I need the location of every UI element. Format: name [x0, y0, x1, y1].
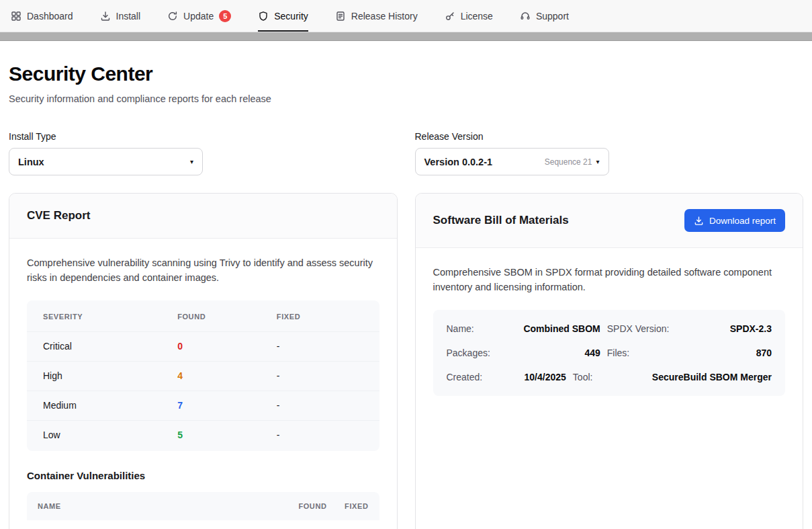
found-count: 5 — [177, 430, 277, 440]
sbom-card: Software Bill of Materials Download repo… — [415, 193, 804, 529]
severity-table-header: Severity Found Fixed — [27, 302, 379, 331]
release-version-select[interactable]: Version 0.0.2-1 Sequence 21 ▾ — [415, 148, 609, 175]
page-subtitle: Security information and compliance repo… — [9, 93, 803, 104]
fixed-count: - — [277, 341, 363, 352]
nav-tab-license[interactable]: License — [445, 0, 493, 32]
download-report-label: Download report — [709, 216, 776, 226]
nav-label: License — [461, 11, 493, 22]
detail-label: Packages: — [447, 348, 508, 358]
nav-label: Dashboard — [27, 11, 73, 22]
table-row: Critical 0 - — [27, 331, 379, 361]
page-title: Security Center — [9, 63, 803, 85]
nav-tab-support[interactable]: Support — [520, 0, 569, 32]
main-nav: Dashboard Install Update 5 Security — [0, 0, 812, 32]
found-count: 0 — [177, 341, 277, 352]
refresh-icon — [167, 11, 178, 22]
nav-label: Security — [274, 11, 308, 22]
cve-report-card: CVE Report Comprehensive vulnerability s… — [9, 193, 398, 529]
dashboard-icon — [11, 11, 21, 22]
col-fixed: Fixed — [277, 313, 363, 321]
nav-tab-update[interactable]: Update 5 — [167, 0, 231, 32]
col-fixed: Fixed — [327, 502, 369, 510]
shield-icon — [258, 11, 269, 22]
detail-value: Combined SBOM — [515, 323, 600, 334]
col-name: Name — [38, 502, 267, 510]
severity-name: Medium — [43, 400, 177, 411]
severity-table: Severity Found Fixed Critical 0 - High 4… — [27, 300, 379, 451]
release-version-filter: Release Version Version 0.0.2-1 Sequence… — [415, 131, 804, 175]
table-row: Medium 7 - — [27, 391, 379, 420]
table-row: Created: 10/4/2025 Tool: SecureBuild SBO… — [447, 365, 772, 389]
detail-label: Files: — [607, 348, 680, 358]
nav-tab-release-history[interactable]: Release History — [335, 0, 418, 32]
found-count: 7 — [177, 400, 277, 411]
filters-row: Install Type Linux ▾ Release Version Ver… — [9, 131, 803, 175]
sbom-card-header: Software Bill of Materials Download repo… — [416, 194, 803, 248]
severity-name: High — [43, 370, 177, 381]
install-type-filter: Install Type Linux ▾ — [9, 131, 398, 175]
cve-card-title: CVE Report — [27, 209, 90, 222]
detail-value: SPDX-2.3 — [686, 323, 772, 334]
chevron-down-icon: ▾ — [190, 158, 193, 165]
support-headset-icon — [520, 11, 531, 22]
severity-name: Low — [43, 430, 177, 440]
detail-label: Name: — [447, 323, 508, 334]
table-row: Name: Combined SBOM SPDX Version: SPDX-2… — [447, 317, 772, 341]
fixed-count: - — [277, 370, 363, 381]
key-icon — [445, 11, 455, 22]
download-icon — [100, 11, 111, 22]
container-vulnerabilities-title: Container Vulnerabilities — [27, 470, 379, 481]
col-found: Found — [177, 313, 277, 321]
release-version-label: Release Version — [415, 131, 804, 142]
severity-name: Critical — [43, 341, 177, 352]
cve-card-body: Comprehensive vulnerability scanning usi… — [9, 239, 397, 529]
cards-row: CVE Report Comprehensive vulnerability s… — [9, 193, 803, 529]
table-row: Packages: 449 Files: 870 — [447, 341, 772, 365]
main-content: Security Center Security information and… — [0, 63, 812, 529]
detail-value: SecureBuild SBOM Merger — [652, 372, 772, 382]
col-severity: Severity — [43, 313, 177, 321]
detail-label: Tool: — [573, 372, 645, 382]
nav-tab-dashboard[interactable]: Dashboard — [11, 0, 73, 32]
chevron-down-icon: ▾ — [596, 158, 599, 165]
col-found: Found — [267, 502, 327, 510]
nav-label: Support — [536, 11, 569, 22]
fixed-count: - — [277, 400, 363, 411]
found-count: 4 — [177, 370, 277, 381]
nav-label: Release History — [351, 11, 418, 22]
nav-label: Install — [116, 11, 141, 22]
release-version-value: Version 0.0.2-1 — [424, 157, 493, 167]
nav-tab-security[interactable]: Security — [258, 0, 308, 32]
install-type-label: Install Type — [9, 131, 398, 142]
install-type-value: Linux — [18, 157, 44, 167]
fixed-count: - — [277, 430, 363, 440]
detail-value: 10/4/2025 — [515, 372, 566, 382]
download-report-button[interactable]: Download report — [684, 209, 785, 232]
sequence-label: Sequence 21 — [545, 157, 592, 167]
install-type-select[interactable]: Linux ▾ — [9, 148, 203, 175]
container-vulnerabilities-header: Name Found Fixed — [27, 492, 379, 520]
document-icon — [335, 11, 346, 22]
download-icon — [694, 216, 704, 226]
table-row: Low 5 - — [27, 420, 379, 450]
sbom-description: Comprehensive SBOM in SPDX format provid… — [433, 266, 786, 295]
detail-label: SPDX Version: — [607, 323, 680, 334]
nav-tab-install[interactable]: Install — [100, 0, 141, 32]
sbom-details-table: Name: Combined SBOM SPDX Version: SPDX-2… — [433, 310, 786, 396]
page-top-divider — [0, 32, 812, 41]
table-row: High 4 - — [27, 361, 379, 391]
detail-label: Created: — [447, 372, 508, 382]
detail-value: 870 — [686, 348, 772, 358]
nav-label: Update — [183, 11, 214, 22]
detail-value: 449 — [515, 348, 600, 358]
sbom-card-body: Comprehensive SBOM in SPDX format provid… — [416, 248, 803, 413]
cve-card-header: CVE Report — [9, 194, 397, 239]
cve-description: Comprehensive vulnerability scanning usi… — [27, 256, 379, 286]
update-count-badge: 5 — [219, 10, 231, 22]
sbom-card-title: Software Bill of Materials — [433, 214, 569, 227]
